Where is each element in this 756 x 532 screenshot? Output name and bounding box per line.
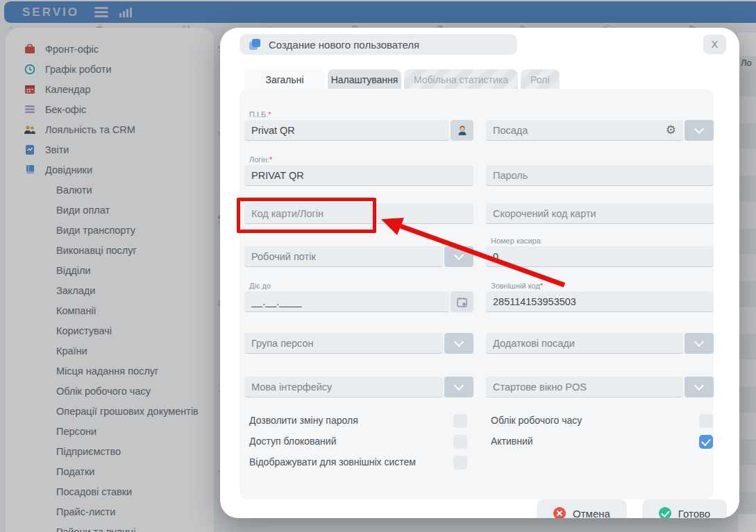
- access-blocked-checkbox[interactable]: [453, 435, 467, 449]
- tab-general[interactable]: Загальні: [244, 69, 325, 89]
- extra-positions-dropdown-button[interactable]: [684, 333, 714, 354]
- dialog-title-bar: Создание нового пользователя: [240, 34, 517, 55]
- login-field[interactable]: [244, 165, 473, 186]
- position-select[interactable]: Посада: [486, 120, 683, 141]
- pos-start-window-select[interactable]: Стартове вікно POS: [486, 377, 683, 397]
- access-blocked-label: Доступ блокований: [249, 436, 336, 447]
- select-person-button[interactable]: [451, 120, 473, 141]
- interface-language-select[interactable]: Мова інтерфейсу: [244, 377, 443, 397]
- cancel-button[interactable]: Отмена: [537, 499, 627, 518]
- allow-password-change-label: Дозволити зміну пароля: [249, 415, 358, 426]
- date-picker-button[interactable]: [451, 291, 473, 312]
- time-tracking-checkbox[interactable]: [699, 414, 713, 428]
- fullname-field[interactable]: [244, 120, 449, 141]
- pos-start-window-dropdown-button[interactable]: [684, 377, 714, 397]
- short-card-code-field[interactable]: [486, 203, 714, 224]
- password-field[interactable]: [486, 165, 714, 186]
- person-group-select[interactable]: Група персон: [244, 333, 443, 354]
- show-for-external-systems-checkbox[interactable]: [453, 456, 467, 470]
- external-code-label: Зовнішній код*: [491, 282, 543, 290]
- card-code-field[interactable]: [244, 203, 473, 224]
- done-button[interactable]: Готово: [642, 499, 727, 518]
- position-dropdown-button[interactable]: [684, 120, 714, 141]
- cashier-number-field[interactable]: [486, 246, 714, 267]
- cancel-x-icon: [553, 507, 566, 518]
- dialog-title: Создание нового пользователя: [269, 39, 419, 51]
- calendar-picker-icon: [457, 297, 467, 307]
- work-flow-dropdown-button[interactable]: [444, 246, 473, 267]
- show-for-external-systems-label: Відображувати для зовнішніх систем: [249, 456, 416, 467]
- work-flow-select[interactable]: Робочий потік: [244, 246, 443, 267]
- tab-mobile-statistics: Мобільна статистика: [404, 69, 518, 89]
- allow-password-change-checkbox[interactable]: [453, 414, 467, 428]
- interface-language-dropdown-button[interactable]: [444, 377, 473, 397]
- fullname-label: П.І.Б.*: [249, 110, 271, 119]
- pages-icon: [249, 39, 260, 50]
- extra-positions-select[interactable]: Додаткові посади: [486, 333, 683, 354]
- create-user-dialog: Создание нового пользователя X Загальні …: [220, 28, 739, 518]
- external-code-field[interactable]: [486, 291, 714, 312]
- valid-until-label: Діє до: [249, 282, 271, 290]
- general-tab-panel: П.І.Б.* Посада Логін:*: [240, 89, 714, 499]
- gear-icon[interactable]: [666, 123, 676, 137]
- cashier-number-label: Номер касира: [491, 237, 541, 245]
- login-label: Логін:*: [249, 155, 272, 164]
- tab-roles: Ролі: [521, 69, 559, 89]
- done-check-icon: [659, 507, 671, 518]
- active-checkbox[interactable]: [699, 435, 713, 449]
- valid-until-field[interactable]: [244, 291, 449, 312]
- active-label: Активний: [491, 436, 533, 447]
- dialog-tabs: Загальні Налаштування Мобільна статистик…: [244, 69, 560, 89]
- time-tracking-label: Облік робочого часу: [491, 415, 582, 426]
- person-avatar-icon: [457, 125, 468, 136]
- close-button[interactable]: X: [703, 35, 726, 54]
- tab-settings[interactable]: Налаштування: [328, 69, 401, 89]
- person-group-dropdown-button[interactable]: [444, 333, 473, 354]
